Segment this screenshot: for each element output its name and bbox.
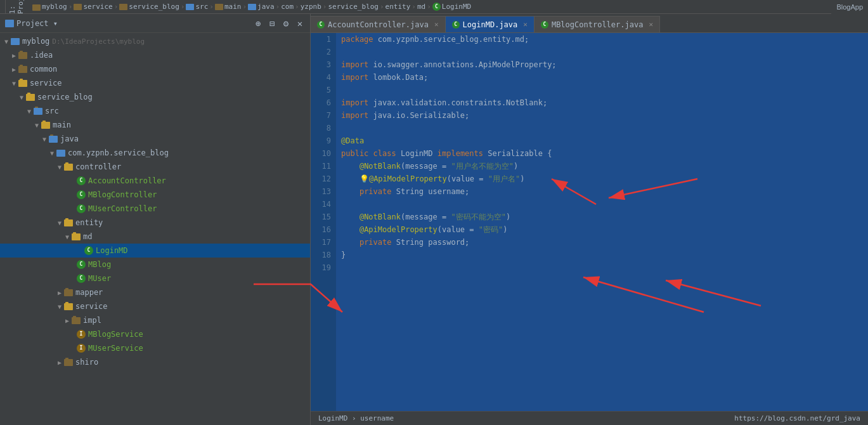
- tree-label-main: main: [53, 121, 71, 129]
- toggle-entity[interactable]: ▼: [56, 219, 63, 226]
- tree-item-impl[interactable]: ▶ impl: [0, 313, 310, 327]
- project-tab-label[interactable]: 1: Project: [5, 0, 27, 14]
- blogapp-button[interactable]: BlogApp: [831, 0, 868, 14]
- bc-myblog: myblog: [32, 3, 67, 11]
- bc-sep-9: ›: [380, 3, 384, 11]
- status-right: https://blog.csdn.net/grd_java: [734, 414, 860, 422]
- breadcrumb-bar: 1: Project myblog › service › service_bl…: [0, 0, 868, 14]
- tree-label-muser: MUser: [88, 274, 111, 283]
- toggle-package[interactable]: ▼: [48, 149, 56, 157]
- toggle-service-pkg[interactable]: ▼: [56, 303, 63, 310]
- hide-button[interactable]: ✕: [295, 18, 305, 29]
- tree-item-MUser[interactable]: C MUser: [0, 271, 310, 285]
- tree-item-md[interactable]: ▼ md: [0, 230, 310, 244]
- tree-item-idea[interactable]: ▶ .idea: [0, 48, 310, 62]
- tree-item-java[interactable]: ▼ java: [0, 132, 310, 146]
- tree-label-idea: .idea: [30, 51, 53, 60]
- code-line-16: @ApiModelProperty(value = "密码"): [341, 223, 863, 236]
- bc-loginmd: C LoginMD: [432, 3, 471, 11]
- service-blog-folder-icon: [25, 92, 36, 102]
- tab-account-close[interactable]: ✕: [434, 20, 439, 29]
- tree-label-account-controller: AccountController: [88, 176, 166, 185]
- tree-item-MBlogService[interactable]: I MBlogService: [0, 327, 310, 341]
- muser-controller-icon: C: [76, 204, 86, 214]
- tree-item-src[interactable]: ▼ src: [0, 104, 310, 118]
- tree-item-service-blog[interactable]: ▼ service_blog: [0, 90, 310, 104]
- tree-label-shiro: shiro: [75, 358, 98, 367]
- bc-sep-4: ›: [209, 3, 214, 11]
- tree-label-impl: impl: [83, 316, 101, 325]
- tree-item-myblog[interactable]: ▼ myblog D:\IdeaProjects\myblog: [0, 34, 310, 48]
- tree-label-muser-service: MUserService: [88, 344, 143, 353]
- bc-md: md: [417, 3, 425, 11]
- service-folder-icon: [18, 78, 28, 88]
- tree-label-src: src: [45, 107, 59, 115]
- toggle-impl[interactable]: ▶: [63, 317, 71, 324]
- tree-item-AccountController[interactable]: C AccountController: [0, 174, 310, 188]
- myblog-module-icon: [10, 36, 20, 46]
- code-line-11: @NotBlank(message = "用户名不能为空"): [341, 160, 863, 173]
- tab-mblog-controller[interactable]: C MBlogController.java ✕: [534, 16, 660, 32]
- tree-item-LoginMD[interactable]: C LoginMD: [0, 244, 310, 258]
- tab-mblog-icon: C: [541, 21, 548, 29]
- settings-button[interactable]: ⚙: [281, 18, 291, 29]
- toggle-src[interactable]: ▼: [25, 107, 33, 115]
- toggle-mapper[interactable]: ▶: [56, 289, 63, 296]
- tree-item-MUserService[interactable]: I MUserService: [0, 341, 310, 355]
- tree-label-mblog-service: MBlogService: [88, 330, 143, 339]
- bc-sep-3: ›: [181, 3, 185, 11]
- tab-loginmd[interactable]: C LoginMD.java ✕: [446, 16, 534, 32]
- tree-label-myblog: myblog: [22, 37, 49, 46]
- tree-label-mblog-controller: MBlogController: [88, 190, 157, 199]
- md-folder-icon: [71, 232, 81, 242]
- toggle-java[interactable]: ▼: [41, 135, 48, 143]
- tree-item-service-pkg[interactable]: ▼ service: [0, 299, 310, 313]
- tree-label-mblog: MBlog: [88, 260, 111, 269]
- bc-sep-1: ›: [68, 3, 73, 11]
- app-container: 1: Project myblog › service › service_bl…: [0, 0, 868, 425]
- tree-item-entity[interactable]: ▼ entity: [0, 216, 310, 230]
- toggle-controller[interactable]: ▼: [56, 163, 63, 171]
- bc-service-blog2: service_blog: [328, 3, 378, 11]
- sidebar-header-icons: ⊕ ⊟ ⚙ ✕: [253, 18, 305, 29]
- code-line-2: [341, 46, 863, 58]
- toggle-main[interactable]: ▼: [33, 121, 41, 129]
- tab-account-controller[interactable]: C AccountController.java ✕: [311, 16, 446, 32]
- tree-item-MBlogController[interactable]: C MBlogController: [0, 188, 310, 202]
- toggle-shiro[interactable]: ▶: [56, 358, 63, 366]
- toggle-myblog[interactable]: ▼: [3, 37, 10, 45]
- toggle-md[interactable]: ▼: [63, 233, 71, 240]
- main-layout: Project ▾ ⊕ ⊟ ⚙ ✕ ▼ myblog: [0, 14, 868, 425]
- toggle-service[interactable]: ▼: [10, 79, 18, 87]
- locate-button[interactable]: ⊕: [253, 18, 263, 29]
- code-line-18: }: [341, 249, 863, 261]
- code-line-17: private String password;: [341, 236, 863, 249]
- editor-tab-bar: C AccountController.java ✕ C LoginMD.jav…: [311, 14, 868, 33]
- toggle-service-blog[interactable]: ▼: [18, 93, 25, 101]
- tree-item-package[interactable]: ▼ com.yzpnb.service_blog: [0, 146, 310, 160]
- collapse-button[interactable]: ⊟: [267, 18, 277, 29]
- tree-item-service[interactable]: ▼ service: [0, 76, 310, 90]
- code-line-8: [341, 122, 863, 134]
- tree-item-controller[interactable]: ▼ controller: [0, 160, 310, 174]
- tree-label-md: md: [83, 232, 92, 241]
- tab-mblog-close[interactable]: ✕: [649, 20, 653, 29]
- tab-account-icon: C: [317, 21, 325, 29]
- bc-main: main: [215, 3, 242, 11]
- tree-item-shiro[interactable]: ▶ shiro: [0, 355, 310, 369]
- project-title: Project ▾: [16, 19, 58, 28]
- toggle-common[interactable]: ▶: [10, 65, 18, 73]
- tree-item-mapper[interactable]: ▶ mapper: [0, 285, 310, 299]
- tree-item-main[interactable]: ▼ main: [0, 118, 310, 132]
- code-line-10: public class LoginMD implements Serializ…: [341, 147, 863, 160]
- tree-item-MBlog[interactable]: C MBlog: [0, 258, 310, 271]
- bc-folder-java-icon: [248, 4, 256, 10]
- tab-loginmd-icon: C: [452, 21, 460, 29]
- tree-item-common[interactable]: ▶ common: [0, 62, 310, 76]
- mblog-controller-icon: C: [76, 190, 86, 200]
- code-editor[interactable]: 12345 678910 1112131415 16171819 package…: [311, 33, 868, 411]
- toggle-idea[interactable]: ▶: [10, 51, 18, 59]
- code-line-13: private String username;: [341, 185, 863, 198]
- tab-loginmd-close[interactable]: ✕: [523, 20, 528, 29]
- tree-item-MUserController[interactable]: C MUserController: [0, 202, 310, 216]
